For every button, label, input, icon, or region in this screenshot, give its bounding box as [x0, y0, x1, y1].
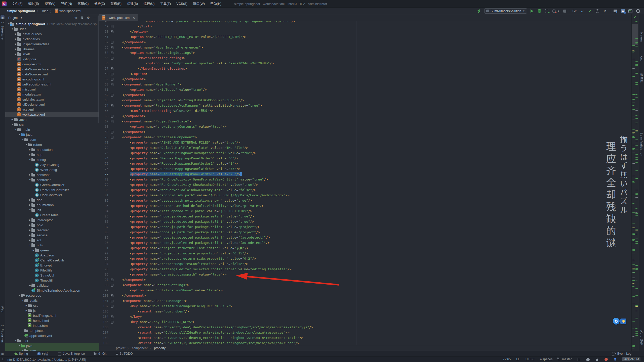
code-line-83[interactable]: 83 <property name="extract.method.defaul…	[99, 203, 632, 208]
locate-icon[interactable]: ⊕	[74, 16, 77, 20]
tree-item-UserController[interactable]: CUserController	[5, 192, 99, 197]
code-line-102[interactable]: 102 <key name="MoveClassesOrPackagesDial…	[99, 303, 632, 309]
tool-window-ant[interactable]: Ant	[639, 56, 644, 61]
tree-item-StringUtil[interactable]: CStringUtil	[5, 273, 99, 278]
tree-item-resolver[interactable]: ▶resolver	[5, 228, 99, 233]
fold-gutter[interactable]	[110, 39, 114, 45]
fold-marker-icon[interactable]	[111, 136, 113, 139]
run-with-coverage-button[interactable]	[545, 9, 549, 13]
chevron-collapsed-icon[interactable]: ▶	[28, 234, 31, 236]
chevron-collapsed-icon[interactable]: ▶	[14, 38, 17, 40]
tool-window-word-模板[interactable]: Word 模板	[639, 330, 644, 345]
code-line-84[interactable]: 84 <property name="last_opened_file_path…	[99, 208, 632, 214]
caret-position[interactable]: 77:65	[503, 357, 511, 361]
tree-item-dictionaries[interactable]: ▶dictionaries	[5, 36, 99, 41]
fold-gutter[interactable]	[110, 50, 114, 55]
fold-gutter[interactable]	[110, 82, 114, 87]
chevron-collapsed-icon[interactable]: ▶	[28, 148, 31, 151]
tree-item-src[interactable]: ▼src	[5, 122, 99, 127]
fold-gutter[interactable]	[110, 66, 114, 71]
fold-gutter[interactable]	[110, 277, 114, 282]
menu-构建[interactable]: 构建(B)	[124, 0, 141, 8]
chevron-collapsed-icon[interactable]: ▶	[28, 199, 31, 201]
tool-window-icon[interactable]	[628, 9, 632, 13]
hide-icon[interactable]: —	[93, 16, 97, 20]
tree-item-Encrypt[interactable]: CEncrypt	[5, 263, 99, 268]
error-stripe[interactable]: ✓	[631, 14, 639, 351]
fold-gutter[interactable]	[110, 134, 114, 140]
tree-item-main[interactable]: ▼main	[5, 127, 99, 132]
chevron-expanded-icon[interactable]: ▼	[28, 178, 31, 181]
input-method-indicator[interactable]: Q 中	[613, 318, 626, 325]
fold-marker-icon[interactable]	[111, 294, 113, 297]
tree-item-java[interactable]: ▼java	[5, 132, 99, 137]
tree-item-shelf[interactable]: ▶shelf	[5, 52, 99, 57]
project-tool-window-button[interactable]: ▦	[1, 15, 5, 19]
fold-marker-icon[interactable]	[111, 52, 113, 54]
code-line-94[interactable]: 94 <property name="restartRequiresConfir…	[99, 261, 632, 266]
tree-item-encodings.xml[interactable]: <>encodings.xml	[5, 77, 99, 82]
menu-代码[interactable]: 代码(C)	[75, 0, 91, 8]
close-icon[interactable]: ✕	[133, 16, 135, 20]
tree-item-test[interactable]: ▼test	[5, 338, 99, 343]
tree-item-pojo[interactable]: ▶pojo	[5, 222, 99, 228]
fold-gutter[interactable]	[110, 293, 114, 298]
fold-gutter[interactable]	[110, 303, 114, 309]
fold-marker-icon[interactable]	[111, 78, 113, 81]
code-line-103[interactable]: 103 <recent name="com.ruben"/>	[99, 309, 632, 314]
code-line-89[interactable]: 89 <property name="node.js.selected.pack…	[99, 235, 632, 240]
favorites-tool-window-button[interactable]: 2: Favorites	[0, 325, 5, 343]
code-line-107[interactable]: 107 <recent name="C:\Users\1\IdeaProject…	[99, 330, 632, 335]
breadcrumb-property[interactable]: property	[154, 346, 166, 350]
tree-item-inspectionProfiles[interactable]: ▶inspectionProfiles	[5, 41, 99, 47]
code-line-65[interactable]: 65 <ConfirmationsSetting value="2" id="新…	[99, 108, 632, 113]
fold-marker-icon[interactable]	[111, 284, 113, 287]
tree-item-TimeUtil[interactable]: CTimeUtil	[5, 278, 99, 283]
search-everywhere-icon[interactable]	[636, 9, 640, 13]
chevron-collapsed-icon[interactable]: ▶	[25, 309, 28, 312]
tool-window-todo[interactable]: ☰6: TODO	[116, 352, 133, 355]
menu-窗口[interactable]: 窗口(W)	[190, 0, 208, 8]
code-line-66[interactable]: 66 </component>	[99, 113, 632, 119]
tree-item-misc.xml[interactable]: <>misc.xml	[5, 87, 99, 92]
fold-marker-icon[interactable]	[111, 115, 113, 118]
chevron-collapsed-icon[interactable]: ▶	[28, 219, 31, 221]
code-line-76[interactable]: 76 <property name="RequestMappingsPanelW…	[99, 166, 632, 171]
translate-icon[interactable]: G	[621, 9, 625, 13]
error-indicator-icon[interactable]: !	[605, 358, 608, 361]
fold-gutter[interactable]	[110, 282, 114, 288]
collapse-all-icon[interactable]: ⇅	[80, 16, 83, 20]
structure-tool-window-button[interactable]: 7: Structure	[0, 22, 5, 40]
chevron-collapsed-icon[interactable]: ▶	[28, 224, 31, 226]
code-line-70[interactable]: 70 <component name="PropertiesComponent"…	[99, 134, 632, 140]
tree-item-SimpleSpringbootApplication[interactable]: CSimpleSpringbootApplication	[5, 288, 99, 293]
chevron-collapsed-icon[interactable]: ▶	[28, 153, 31, 156]
menu-工具[interactable]: 工具(T)	[157, 0, 174, 8]
chevron-expanded-icon[interactable]: ▼	[18, 133, 21, 136]
menu-编辑[interactable]: 编辑(E)	[25, 0, 42, 8]
code-line-104[interactable]: 104 </key>	[99, 314, 632, 319]
code-line-74[interactable]: 74 <property name="RequestMappingsPanelO…	[99, 156, 632, 161]
chevron-expanded-icon[interactable]: ▼	[21, 299, 24, 302]
chevron-expanded-icon[interactable]: ▼	[21, 138, 24, 141]
tree-item-annotation[interactable]: ▶annotation	[5, 147, 99, 152]
tree-item-modules.xml[interactable]: <>modules.xml	[5, 92, 99, 97]
tree-item-libraries[interactable]: ▶libraries	[5, 47, 99, 52]
fold-gutter[interactable]	[110, 314, 114, 319]
breadcrumb-file[interactable]: workspace.xml	[60, 9, 81, 13]
code-line-50[interactable]: 50 </option>	[99, 29, 632, 34]
code-line-82[interactable]: 82 <property name="aspect.path.notificat…	[99, 198, 632, 203]
tree-item-interceptor[interactable]: ▶interceptor	[5, 217, 99, 222]
code-line-77[interactable]: 77 <property name="RequestMappingsPanelW…	[99, 171, 632, 177]
google-translate-icon[interactable]: G	[614, 357, 616, 361]
tree-item-.idea[interactable]: ▼.idea	[5, 26, 99, 31]
tree-item-index.html[interactable]: Hindex.html	[5, 323, 99, 328]
chevron-expanded-icon[interactable]: ▼	[11, 28, 14, 30]
chevron-expanded-icon[interactable]: ▼	[11, 123, 14, 126]
tool-window-maven[interactable]: Maven	[639, 32, 644, 42]
tree-item-sql[interactable]: ▶sql	[5, 238, 99, 243]
fold-gutter[interactable]	[110, 113, 114, 119]
fold-marker-icon[interactable]	[111, 41, 113, 44]
fold-gutter[interactable]	[110, 298, 114, 303]
fold-marker-icon[interactable]	[111, 104, 113, 107]
